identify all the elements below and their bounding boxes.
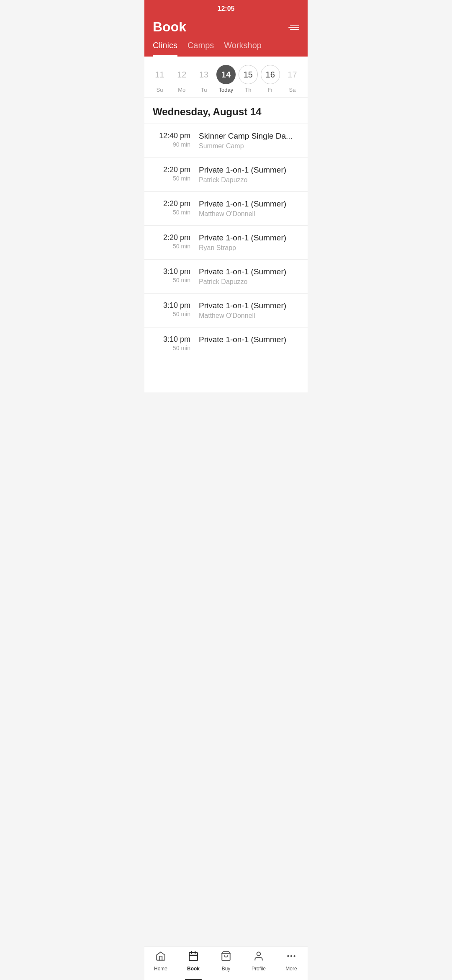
calendar-day-11[interactable]: 11 Su: [149, 65, 170, 93]
nav-label-book: Book: [187, 966, 200, 972]
day-number-17[interactable]: 17: [282, 65, 302, 84]
nav-label-more: More: [285, 966, 297, 972]
more-icon: [286, 951, 297, 964]
time-main-5: 3:10 pm: [153, 301, 190, 310]
session-instructor-1: Patrick Dapuzzo: [199, 176, 299, 184]
day-number-13[interactable]: 13: [194, 65, 213, 84]
svg-point-8: [293, 955, 295, 957]
time-block-3: 2:20 pm 50 min: [153, 233, 199, 250]
session-instructor-3: Ryan Strapp: [199, 244, 299, 252]
bottom-nav: Home Book Buy: [144, 946, 308, 980]
schedule-item-3[interactable]: 2:20 pm 50 min Private 1-on-1 (Summer) R…: [144, 225, 308, 259]
nav-item-buy[interactable]: Buy: [211, 951, 241, 972]
day-label-16: Fr: [268, 87, 273, 93]
time-block-1: 2:20 pm 50 min: [153, 165, 199, 182]
time-duration-2: 50 min: [153, 209, 190, 216]
session-info-3: Private 1-on-1 (Summer) Ryan Strapp: [199, 233, 299, 252]
session-info-1: Private 1-on-1 (Summer) Patrick Dapuzzo: [199, 165, 299, 184]
time-block-5: 3:10 pm 50 min: [153, 301, 199, 317]
time-main-6: 3:10 pm: [153, 335, 190, 344]
time-duration-6: 50 min: [153, 345, 190, 351]
time-block-4: 3:10 pm 50 min: [153, 267, 199, 284]
time-main-1: 2:20 pm: [153, 165, 190, 174]
calendar-day-15[interactable]: 15 Th: [238, 65, 258, 93]
session-instructor-5: Matthew O'Donnell: [199, 312, 299, 320]
day-number-12[interactable]: 12: [172, 65, 191, 84]
session-instructor-2: Matthew O'Donnell: [199, 210, 299, 218]
tab-camps[interactable]: Camps: [187, 41, 214, 57]
svg-point-7: [290, 955, 292, 957]
session-info-2: Private 1-on-1 (Summer) Matthew O'Donnel…: [199, 199, 299, 218]
time-duration-3: 50 min: [153, 243, 190, 250]
session-name-0: Skinner Camp Single Da...: [199, 132, 299, 141]
time-main-3: 2:20 pm: [153, 233, 190, 242]
time-block-2: 2:20 pm 50 min: [153, 199, 199, 216]
day-label-today: Today: [219, 87, 234, 93]
session-instructor-0: Summer Camp: [199, 142, 299, 150]
time-duration-4: 50 min: [153, 277, 190, 284]
day-number-11[interactable]: 11: [150, 65, 169, 84]
nav-label-buy: Buy: [222, 966, 231, 972]
time-block-6: 3:10 pm 50 min: [153, 335, 199, 351]
book-icon: [188, 951, 199, 964]
time-duration-1: 50 min: [153, 175, 190, 182]
calendar-day-16[interactable]: 16 Fr: [260, 65, 280, 93]
header: Book: [144, 15, 308, 35]
date-heading: Wednesday, August 14: [144, 98, 308, 124]
tabs-bar: Clinics Camps Workshop: [144, 35, 308, 57]
calendar-strip: 11 Su 12 Mo 13 Tu 14 Today 15 Th 16 Fr 1…: [144, 57, 308, 98]
day-label-13: Tu: [201, 87, 207, 93]
nav-item-home[interactable]: Home: [146, 951, 175, 972]
home-icon: [155, 951, 166, 964]
session-instructor-4: Patrick Dapuzzo: [199, 278, 299, 286]
nav-item-more[interactable]: More: [277, 951, 306, 972]
nav-label-home: Home: [154, 966, 167, 972]
day-label-15: Th: [245, 87, 251, 93]
session-info-0: Skinner Camp Single Da... Summer Camp: [199, 132, 299, 150]
filter-icon[interactable]: [288, 25, 299, 30]
status-time: 12:05: [218, 5, 235, 12]
time-main-0: 12:40 pm: [153, 132, 190, 140]
session-name-5: Private 1-on-1 (Summer): [199, 301, 299, 310]
session-info-4: Private 1-on-1 (Summer) Patrick Dapuzzo: [199, 267, 299, 286]
svg-point-5: [257, 952, 261, 956]
svg-point-6: [287, 955, 289, 957]
time-duration-5: 50 min: [153, 311, 190, 317]
schedule-item-5[interactable]: 3:10 pm 50 min Private 1-on-1 (Summer) M…: [144, 293, 308, 327]
calendar-day-13[interactable]: 13 Tu: [194, 65, 214, 93]
profile-icon: [253, 951, 264, 964]
calendar-day-14[interactable]: 14 Today: [216, 65, 236, 93]
schedule-list: 12:40 pm 90 min Skinner Camp Single Da..…: [144, 124, 308, 392]
session-name-4: Private 1-on-1 (Summer): [199, 267, 299, 276]
buy-icon: [221, 951, 231, 964]
day-number-16[interactable]: 16: [261, 65, 280, 84]
time-main-4: 3:10 pm: [153, 267, 190, 276]
tab-clinics[interactable]: Clinics: [153, 41, 177, 57]
day-label-17: Sa: [289, 87, 296, 93]
session-name-3: Private 1-on-1 (Summer): [199, 233, 299, 242]
session-name-6: Private 1-on-1 (Summer): [199, 335, 299, 344]
schedule-item-6[interactable]: 3:10 pm 50 min Private 1-on-1 (Summer): [144, 327, 308, 359]
time-block-0: 12:40 pm 90 min: [153, 132, 199, 148]
status-bar: 12:05: [144, 0, 308, 15]
time-main-2: 2:20 pm: [153, 199, 190, 208]
session-info-6: Private 1-on-1 (Summer): [199, 335, 299, 346]
page-title: Book: [153, 19, 186, 35]
time-duration-0: 90 min: [153, 141, 190, 148]
schedule-item-0[interactable]: 12:40 pm 90 min Skinner Camp Single Da..…: [144, 124, 308, 157]
nav-label-profile: Profile: [252, 966, 266, 972]
svg-rect-0: [189, 952, 198, 961]
day-label-12: Mo: [178, 87, 185, 93]
nav-item-profile[interactable]: Profile: [244, 951, 273, 972]
schedule-item-4[interactable]: 3:10 pm 50 min Private 1-on-1 (Summer) P…: [144, 259, 308, 293]
session-name-2: Private 1-on-1 (Summer): [199, 199, 299, 209]
session-name-1: Private 1-on-1 (Summer): [199, 165, 299, 175]
day-number-14[interactable]: 14: [216, 65, 236, 84]
nav-item-book[interactable]: Book: [179, 951, 208, 972]
calendar-day-17[interactable]: 17 Sa: [282, 65, 302, 93]
schedule-item-1[interactable]: 2:20 pm 50 min Private 1-on-1 (Summer) P…: [144, 157, 308, 191]
schedule-item-2[interactable]: 2:20 pm 50 min Private 1-on-1 (Summer) M…: [144, 191, 308, 225]
day-number-15[interactable]: 15: [239, 65, 258, 84]
calendar-day-12[interactable]: 12 Mo: [172, 65, 192, 93]
tab-workshop[interactable]: Workshop: [224, 41, 262, 57]
